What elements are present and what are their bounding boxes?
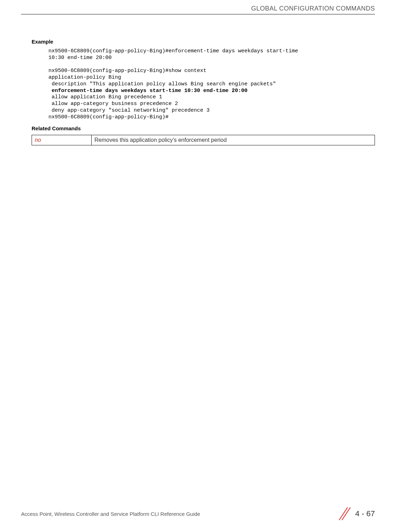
header-title: GLOBAL CONFIGURATION COMMANDS (21, 5, 375, 13)
code-line: deny app-category "social networking" pr… (48, 107, 210, 113)
related-commands-heading: Related Commands (32, 125, 375, 131)
code-line: nx9500-6C8809(config-app-policy-Bing)#sh… (48, 68, 206, 74)
footer-guide-title: Access Point, Wireless Controller and Se… (21, 511, 200, 517)
code-line: allow app-category business precedence 2 (48, 101, 178, 107)
code-line-highlight: enforcement-time days weekdays start-tim… (48, 88, 248, 94)
related-command-description: Removes this application policy's enforc… (92, 135, 375, 145)
page-footer: Access Point, Wireless Controller and Se… (21, 506, 375, 521)
page-header: GLOBAL CONFIGURATION COMMANDS (21, 5, 375, 14)
code-line: nx9500-6C8809(config-app-policy-Bing)#en… (48, 48, 301, 54)
code-line: description "This application policy all… (48, 81, 276, 87)
code-line: 10:30 end-time 20:00 (48, 55, 112, 61)
code-line: nx9500-6C8809(config-app-policy-Bing)# (48, 114, 169, 120)
example-heading: Example (32, 39, 375, 45)
code-line: application-policy Bing (48, 74, 121, 80)
slash-icon (336, 506, 351, 521)
related-commands-table: no Removes this application policy's enf… (32, 135, 375, 145)
code-example: nx9500-6C8809(config-app-policy-Bing)#en… (48, 48, 375, 120)
page-content: Example nx9500-6C8809(config-app-policy-… (32, 39, 375, 145)
page-number: 4 - 67 (355, 509, 375, 518)
header-rule (21, 14, 375, 14)
related-command-name: no (32, 135, 92, 145)
footer-right: 4 - 67 (336, 506, 375, 521)
code-line: allow application Bing precedence 1 (48, 94, 162, 100)
table-row: no Removes this application policy's enf… (32, 135, 375, 145)
